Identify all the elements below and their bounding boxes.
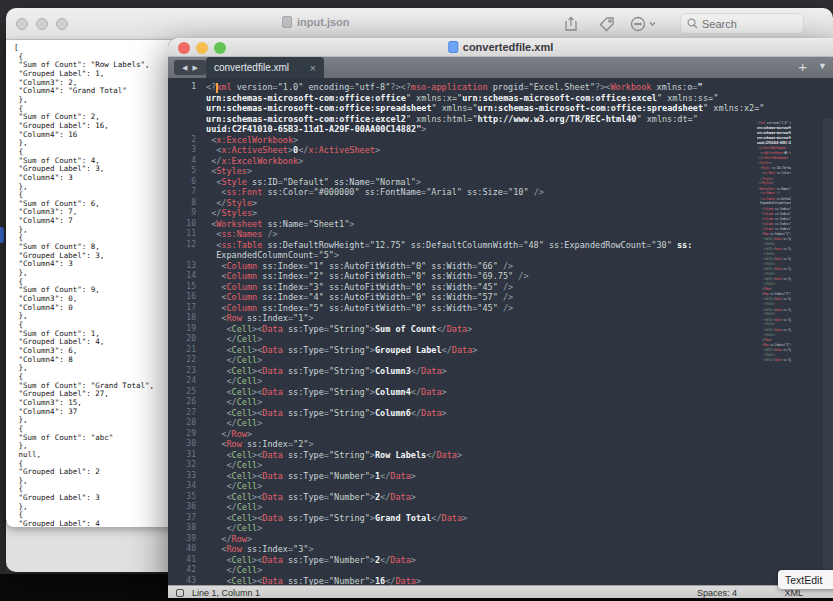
code-line[interactable]: 2 <x:ExcelWorkbook>	[168, 135, 833, 146]
code-line[interactable]: 38 </Cell>	[168, 523, 833, 534]
code-line[interactable]: 10 <Worksheet ss:Name="Sheet1">	[168, 219, 833, 230]
line-number: 8	[168, 198, 206, 209]
code-editor[interactable]: 1<?xml version="1.0" encoding="utf-8"?><…	[168, 78, 833, 585]
code-line[interactable]: 24 </Cell>	[168, 376, 833, 387]
code-line[interactable]: 34 </Cell>	[168, 481, 833, 492]
indentation-setting[interactable]: Spaces: 4	[697, 588, 737, 598]
code-line[interactable]: 29 </Row>	[168, 429, 833, 440]
code-text: <ss:Font ss:Color="#000000" ss:FontName=…	[206, 187, 544, 198]
code-line[interactable]: 40 <Row ss:Index="3">	[168, 544, 833, 555]
new-tab-icon[interactable]: +	[798, 58, 807, 75]
code-line[interactable]: 26 </Cell>	[168, 397, 833, 408]
code-text: <Column ss:Index="5" ss:AutoFitWidth="0"…	[206, 303, 513, 314]
code-text: </Cell>	[206, 523, 262, 534]
tab-close-icon[interactable]: ×	[310, 62, 316, 74]
code-line[interactable]: 33 <Cell><Data ss:Type="Number">1</Data>	[168, 471, 833, 482]
code-line[interactable]: 39 </Row>	[168, 534, 833, 545]
line-number: 18	[168, 313, 206, 324]
code-line[interactable]: 20 </Cell>	[168, 334, 833, 345]
code-line[interactable]: 42 </Cell>	[168, 565, 833, 576]
tag-icon[interactable]	[598, 15, 618, 33]
search-input[interactable]	[702, 18, 782, 30]
editor-titlebar[interactable]: convertedfile.xml	[168, 38, 833, 57]
code-line[interactable]: 21 <Cell><Data ss:Type="String">Grouped …	[168, 345, 833, 356]
code-line[interactable]: 36 </Cell>	[168, 502, 833, 513]
code-line[interactable]: 4 </x:ExcelWorkbook>	[168, 156, 833, 167]
code-line[interactable]: urn:schemas-microsoft-com:office:excel2"…	[168, 114, 833, 125]
code-line[interactable]: 7 <ss:Font ss:Color="#000000" ss:FontNam…	[168, 187, 833, 198]
code-line[interactable]: 9 </Styles>	[168, 208, 833, 219]
share-icon[interactable]	[562, 15, 582, 33]
minimap[interactable]: <?xml version="1.0" encoding="utf-8"?><?…	[757, 120, 791, 368]
code-line[interactable]: 6 <Style ss:ID="Default" ss:Name="Normal…	[168, 177, 833, 188]
code-line[interactable]: 5 <Styles>	[168, 166, 833, 177]
code-line[interactable]: 27 <Cell><Data ss:Type="String">Column6<…	[168, 408, 833, 419]
search-field[interactable]	[680, 13, 804, 34]
document-proxy-icon	[282, 16, 292, 28]
minimize-button[interactable]	[36, 18, 48, 30]
code-line[interactable]: 1<?xml version="1.0" encoding="utf-8"?><…	[168, 82, 833, 93]
line-number: 4	[168, 156, 206, 167]
line-number: 1	[168, 82, 206, 93]
line-number: 5	[168, 166, 206, 177]
document-proxy-icon	[448, 41, 458, 53]
status-panel-icon[interactable]	[176, 589, 184, 597]
code-line[interactable]: 41 <Cell><Data ss:Type="Number">2</Data>	[168, 555, 833, 566]
code-line[interactable]: 8 </Style>	[168, 198, 833, 209]
tab-convertedfile[interactable]: convertedfile.xml ×	[206, 57, 324, 78]
line-number: 20	[168, 334, 206, 345]
code-line[interactable]: 28 </Cell>	[168, 418, 833, 429]
code-line[interactable]: urn:schemas-microsoft-com:office:office"…	[168, 93, 833, 104]
code-text: <?xml version="1.0" encoding="utf-8"?><?…	[206, 82, 703, 93]
code-line[interactable]: 32 </Cell>	[168, 460, 833, 471]
tab-overflow-icon[interactable]: ▼	[818, 61, 827, 71]
code-text: </x:ExcelWorkbook>	[206, 156, 303, 167]
close-button[interactable]	[178, 42, 190, 54]
textedit-titlebar[interactable]: input.json	[6, 8, 833, 40]
line-number: 29	[168, 429, 206, 440]
code-text: </Row>	[206, 534, 252, 545]
code-line[interactable]: 30 <Row ss:Index="2">	[168, 439, 833, 450]
line-number: 26	[168, 397, 206, 408]
line-number: 25	[168, 387, 206, 398]
code-line[interactable]: 25 <Cell><Data ss:Type="String">Column4<…	[168, 387, 833, 398]
code-line[interactable]: ExpandedColumnCount="5">	[168, 250, 833, 261]
code-line[interactable]: uuid:C2F41010-65B3-11d1-A29F-00AA00C1488…	[168, 124, 833, 135]
code-line[interactable]: 3 <x:ActiveSheet>0</x:ActiveSheet>	[168, 145, 833, 156]
code-line[interactable]: 23 <Cell><Data ss:Type="String">Column3<…	[168, 366, 833, 377]
code-line[interactable]: urn:schemas-microsoft-com:office:spreads…	[168, 103, 833, 114]
code-line[interactable]: 19 <Cell><Data ss:Type="String">Sum of C…	[168, 324, 833, 335]
code-text: </Cell>	[206, 397, 262, 408]
code-line[interactable]: 14 <Column ss:Index="2" ss:AutoFitWidth=…	[168, 271, 833, 282]
more-actions-icon[interactable]	[630, 15, 660, 33]
code-line[interactable]: 11 <ss:Names />	[168, 229, 833, 240]
line-number: 34	[168, 481, 206, 492]
zoom-button[interactable]	[214, 42, 226, 54]
code-text: urn:schemas-microsoft-com:office:excel2"…	[206, 114, 698, 125]
tab-nav-arrows[interactable]: ◀ ▶	[174, 60, 206, 75]
back-icon[interactable]: ◀	[182, 64, 187, 72]
code-line[interactable]: 13 <Column ss:Index="1" ss:AutoFitWidth=…	[168, 261, 833, 272]
syntax-setting[interactable]: XML	[784, 588, 803, 598]
code-line[interactable]: 35 <Cell><Data ss:Type="Number">2</Data>	[168, 492, 833, 503]
zoom-button[interactable]	[56, 18, 68, 30]
code-line[interactable]: 12 <ss:Table ss:DefaultRowHeight="12.75"…	[168, 240, 833, 251]
code-line[interactable]: 31 <Cell><Data ss:Type="String">Row Labe…	[168, 450, 833, 461]
line-number: 30	[168, 439, 206, 450]
code-line[interactable]: 43 <Cell><Data ss:Type="Number">16</Data…	[168, 576, 833, 586]
minimize-button[interactable]	[196, 42, 208, 54]
code-line[interactable]: 22 </Cell>	[168, 355, 833, 366]
code-text: urn:schemas-microsoft-com:office:spreads…	[206, 103, 764, 114]
caret-position[interactable]: Line 1, Column 1	[192, 588, 260, 598]
code-text: <Column ss:Index="1" ss:AutoFitWidth="0"…	[206, 261, 513, 272]
code-line[interactable]: 15 <Column ss:Index="3" ss:AutoFitWidth=…	[168, 282, 833, 293]
code-line[interactable]: 18 <Row ss:Index="1">	[168, 313, 833, 324]
code-line[interactable]: 16 <Column ss:Index="4" ss:AutoFitWidth=…	[168, 292, 833, 303]
line-number: 27	[168, 408, 206, 419]
forward-icon[interactable]: ▶	[193, 64, 198, 72]
code-line[interactable]: 37 <Cell><Data ss:Type="String">Grand To…	[168, 513, 833, 524]
close-button[interactable]	[16, 18, 28, 30]
line-number	[168, 124, 206, 135]
search-icon	[687, 18, 698, 29]
code-line[interactable]: 17 <Column ss:Index="5" ss:AutoFitWidth=…	[168, 303, 833, 314]
